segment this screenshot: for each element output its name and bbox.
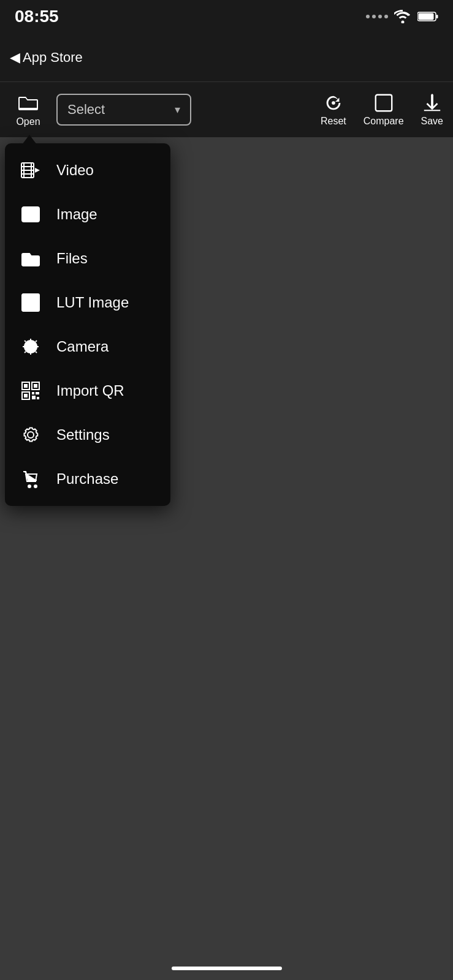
import-qr-icon — [20, 380, 42, 402]
home-indicator — [172, 967, 282, 970]
camera-icon — [20, 336, 42, 358]
svg-rect-37 — [36, 392, 39, 394]
menu-item-video[interactable]: Video — [5, 148, 170, 192]
svg-rect-39 — [37, 397, 39, 399]
menu-item-import-qr[interactable]: Import QR — [5, 369, 170, 413]
svg-rect-4 — [375, 95, 391, 111]
nav-bar: ◀ App Store — [0, 33, 453, 82]
toolbar-right: Reset Compare Save — [321, 92, 443, 127]
reset-icon — [323, 92, 344, 113]
svg-rect-38 — [32, 396, 36, 399]
svg-point-3 — [332, 101, 335, 105]
svg-line-25 — [36, 352, 37, 353]
open-button[interactable]: Open — [10, 92, 47, 127]
status-time: 08:55 — [15, 7, 59, 26]
svg-rect-2 — [436, 15, 438, 18]
purchase-icon — [20, 468, 42, 490]
menu-item-settings[interactable]: Settings — [5, 413, 170, 457]
menu-item-lut-image[interactable]: LUT Image — [5, 281, 170, 325]
select-dropdown[interactable]: Select ▾ — [56, 94, 191, 126]
menu-item-files[interactable]: Files — [5, 236, 170, 281]
settings-icon — [20, 424, 42, 446]
svg-rect-12 — [22, 207, 39, 222]
save-label: Save — [421, 116, 443, 127]
menu-item-camera[interactable]: Camera — [5, 325, 170, 369]
reset-button[interactable]: Reset — [321, 92, 346, 127]
battery-icon — [417, 11, 438, 22]
open-icon — [17, 92, 39, 114]
menu-item-image[interactable]: Image — [5, 192, 170, 236]
reset-label: Reset — [321, 116, 346, 127]
back-chevron-icon: ◀ — [10, 50, 20, 66]
compare-button[interactable]: Compare — [364, 92, 404, 127]
video-icon — [20, 159, 42, 181]
back-button[interactable]: ◀ App Store — [10, 50, 83, 66]
svg-line-23 — [36, 341, 37, 342]
select-label: Select — [67, 102, 105, 118]
save-icon — [422, 92, 443, 113]
menu-item-purchase[interactable]: Purchase — [5, 457, 170, 501]
lut-image-icon — [20, 292, 42, 314]
dropdown-pointer — [22, 135, 37, 145]
svg-rect-31 — [24, 384, 28, 388]
purchase-label: Purchase — [56, 470, 118, 488]
import-qr-label: Import QR — [56, 382, 124, 399]
save-button[interactable]: Save — [421, 92, 443, 127]
status-bar: 08:55 — [0, 0, 453, 33]
wifi-icon — [394, 10, 411, 23]
back-label: App Store — [23, 50, 83, 66]
svg-line-27 — [25, 352, 26, 353]
image-icon — [20, 203, 42, 225]
svg-point-21 — [30, 346, 32, 348]
svg-marker-11 — [35, 168, 40, 173]
svg-rect-35 — [24, 394, 28, 398]
svg-line-29 — [25, 341, 26, 342]
settings-label: Settings — [56, 426, 110, 443]
svg-point-41 — [34, 485, 37, 488]
svg-rect-36 — [32, 392, 34, 394]
svg-rect-14 — [22, 294, 39, 311]
compare-icon — [373, 92, 394, 113]
compare-label: Compare — [364, 116, 404, 127]
svg-rect-1 — [419, 13, 434, 20]
image-label: Image — [56, 206, 97, 223]
chevron-down-icon: ▾ — [175, 103, 180, 116]
signal-icon — [366, 15, 388, 18]
status-icons — [366, 10, 438, 23]
toolbar: Open Select ▾ Reset Compare Save — [0, 82, 453, 137]
files-label: Files — [56, 250, 88, 267]
svg-rect-33 — [34, 384, 37, 388]
video-label: Video — [56, 162, 94, 179]
svg-point-40 — [28, 485, 31, 488]
open-label: Open — [16, 116, 40, 127]
lut-image-label: LUT Image — [56, 294, 129, 311]
dropdown-menu: Video Image Files — [5, 143, 170, 506]
camera-label: Camera — [56, 338, 108, 355]
files-icon — [20, 247, 42, 270]
